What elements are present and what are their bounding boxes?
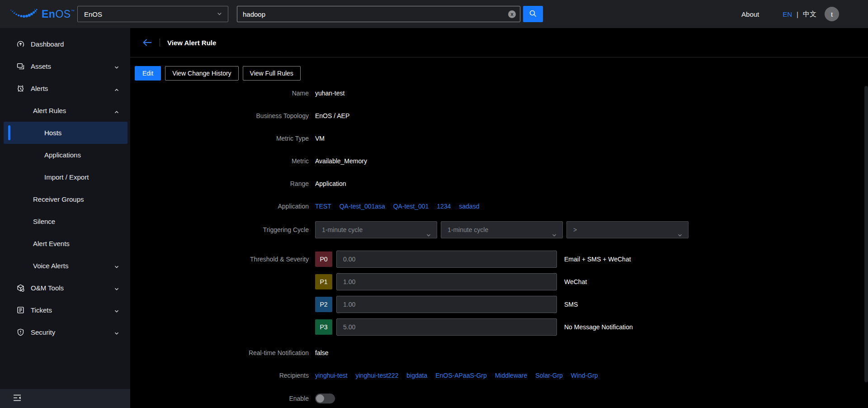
view-full-rules-button[interactable]: View Full Rules bbox=[243, 66, 301, 81]
topbar: EnOS™ EnOS x About EN | 中文 t bbox=[0, 0, 868, 28]
sidebar-item-voice-alerts[interactable]: Voice Alerts bbox=[0, 255, 130, 277]
sidebar-item-tickets[interactable]: Tickets bbox=[0, 299, 130, 321]
lang-divider: | bbox=[797, 10, 798, 18]
enos-swoosh-icon bbox=[10, 7, 38, 21]
lang-zh[interactable]: 中文 bbox=[803, 10, 816, 19]
chevron-down-icon bbox=[114, 285, 119, 293]
sidebar-item-applications[interactable]: Applications bbox=[0, 144, 130, 166]
recipient-link[interactable]: Wind-Grp bbox=[571, 372, 598, 379]
search-clear-icon[interactable]: x bbox=[508, 10, 516, 18]
field-label: Application bbox=[130, 202, 309, 211]
threshold-row-p2: P2 SMS bbox=[315, 296, 633, 313]
back-arrow-icon[interactable] bbox=[142, 38, 152, 47]
recipient-link[interactable]: yinghui-test bbox=[315, 372, 348, 379]
sidebar-item-om-tools[interactable]: O&M Tools bbox=[0, 277, 130, 299]
operator-select: > bbox=[566, 221, 689, 238]
metric-type-value: VM bbox=[315, 134, 325, 143]
sidebar-item-label: Silence bbox=[33, 218, 55, 225]
form-row-range: Range Application bbox=[130, 179, 868, 188]
chevron-down-icon bbox=[426, 228, 431, 244]
search-button[interactable] bbox=[523, 6, 543, 22]
sidebar-item-label: Hosts bbox=[44, 129, 61, 137]
sidebar-item-silence[interactable]: Silence bbox=[0, 210, 130, 232]
form-row-triggering-cycle: Triggering Cycle 1-minute cycle 1-minute… bbox=[130, 221, 868, 238]
sidebar-item-import-export[interactable]: Import / Export bbox=[0, 166, 130, 188]
notification-method-p3: No Message Notification bbox=[564, 323, 633, 331]
sidebar-item-alert-rules[interactable]: Alert Rules bbox=[0, 100, 130, 122]
recipient-link[interactable]: Solar-Grp bbox=[535, 372, 563, 379]
application-link[interactable]: 1234 bbox=[437, 203, 451, 210]
notification-method-p1: WeChat bbox=[564, 278, 587, 285]
dashboard-icon bbox=[17, 40, 24, 48]
field-label: Metric Type bbox=[130, 134, 309, 143]
org-select[interactable]: EnOS bbox=[77, 6, 228, 22]
application-link[interactable]: QA-test_001 bbox=[393, 203, 429, 210]
recipient-link[interactable]: yinghui-test222 bbox=[355, 372, 398, 379]
threshold-row-p3: P3 No Message Notification bbox=[315, 318, 633, 336]
metric-value: Available_Memory bbox=[315, 157, 367, 166]
threshold-input-p2 bbox=[336, 296, 557, 313]
field-label: Range bbox=[130, 179, 309, 188]
sidebar-item-hosts[interactable]: Hosts bbox=[4, 122, 127, 144]
page-title: View Alert Rule bbox=[167, 39, 216, 47]
severity-badge-p1: P1 bbox=[315, 274, 332, 289]
sidebar-item-label: Tickets bbox=[31, 306, 52, 314]
edit-button[interactable]: Edit bbox=[135, 66, 161, 81]
threshold-rows: P0 Email + SMS + WeChat P1 WeChat P2 SMS bbox=[315, 251, 633, 336]
avatar[interactable]: t bbox=[825, 7, 839, 21]
om-tools-icon bbox=[17, 284, 24, 292]
vertical-scrollbar-thumb[interactable] bbox=[864, 86, 868, 382]
threshold-input-p0 bbox=[336, 251, 557, 268]
sidebar-item-label: Security bbox=[31, 328, 55, 336]
lang-en[interactable]: EN bbox=[783, 10, 792, 18]
sidebar-item-receiver-groups[interactable]: Receiver Groups bbox=[0, 188, 130, 210]
field-label: Threshold & Severity bbox=[130, 251, 309, 336]
application-link[interactable]: sadasd bbox=[459, 203, 479, 210]
field-label: Metric bbox=[130, 157, 309, 166]
application-links: TEST QA-test_001asa QA-test_001 1234 sad… bbox=[315, 202, 486, 211]
sidebar-item-label: Voice Alerts bbox=[33, 262, 68, 270]
recipient-links: yinghui-test yinghui-test222 bigdata EnO… bbox=[315, 371, 604, 380]
sidebar-item-dashboard[interactable]: Dashboard bbox=[0, 33, 130, 55]
sidebar-collapse-bar[interactable] bbox=[0, 389, 130, 408]
operator-select-value: > bbox=[573, 226, 577, 233]
header-divider bbox=[160, 38, 160, 47]
form-row-enable: Enable bbox=[130, 394, 868, 403]
chevron-up-icon bbox=[114, 108, 119, 116]
severity-badge-p0: P0 bbox=[315, 251, 332, 267]
recipient-link[interactable]: bigdata bbox=[406, 372, 427, 379]
chevron-down-icon bbox=[217, 10, 222, 18]
notification-method-p0: Email + SMS + WeChat bbox=[564, 256, 631, 263]
page-header: View Alert Rule bbox=[130, 28, 868, 57]
sidebar-item-assets[interactable]: Assets bbox=[0, 55, 130, 77]
application-link[interactable]: QA-test_001asa bbox=[340, 203, 385, 210]
application-link[interactable]: TEST bbox=[315, 203, 331, 210]
alerts-icon bbox=[17, 85, 24, 92]
org-select-value: EnOS bbox=[84, 10, 102, 18]
form-row-threshold-severity: Threshold & Severity P0 Email + SMS + We… bbox=[130, 251, 868, 336]
enable-toggle[interactable] bbox=[315, 394, 335, 403]
sidebar-item-security[interactable]: Security bbox=[0, 321, 130, 343]
sidebar-item-alert-events[interactable]: Alert Events bbox=[0, 232, 130, 255]
cycle-select-2: 1-minute cycle bbox=[441, 221, 563, 238]
sidebar: Dashboard Assets Alerts Alert Rules bbox=[0, 28, 130, 408]
recipient-link[interactable]: Middleware bbox=[495, 372, 528, 379]
form-row-business-topology: Business Topology EnOS / AEP bbox=[130, 111, 868, 120]
sidebar-item-alerts[interactable]: Alerts bbox=[0, 77, 130, 100]
field-label: Recipients bbox=[130, 371, 309, 380]
menu-fold-icon bbox=[13, 394, 21, 403]
sidebar-item-label: O&M Tools bbox=[31, 284, 64, 292]
topbar-right: About EN | 中文 t bbox=[741, 0, 868, 28]
view-change-history-button[interactable]: View Change History bbox=[165, 66, 238, 81]
severity-badge-p3: P3 bbox=[315, 319, 332, 335]
field-label: Name bbox=[130, 89, 309, 98]
recipient-link[interactable]: EnOS-APaaS-Grp bbox=[435, 372, 487, 379]
about-link[interactable]: About bbox=[741, 10, 759, 18]
chevron-down-icon bbox=[114, 308, 119, 315]
language-switch: EN | 中文 bbox=[783, 10, 816, 19]
assets-icon bbox=[17, 62, 24, 70]
chevron-down-icon bbox=[114, 263, 119, 271]
threshold-input-p3 bbox=[336, 318, 557, 336]
search-input[interactable] bbox=[237, 6, 520, 22]
notification-method-p2: SMS bbox=[564, 301, 578, 308]
